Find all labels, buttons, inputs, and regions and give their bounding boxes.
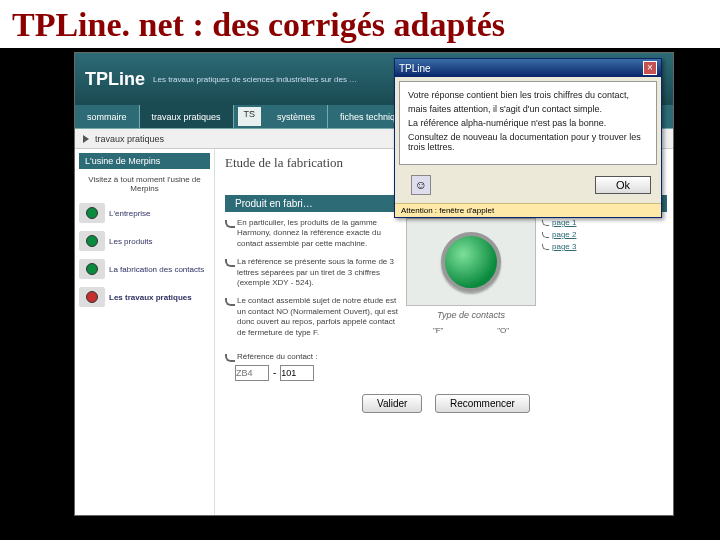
nav-systemes[interactable]: systèmes: [265, 105, 328, 128]
button-icon: [79, 203, 105, 223]
sidebar-item-entreprise[interactable]: L'entreprise: [79, 201, 210, 225]
figure: Type de contacts "F" "O": [406, 218, 536, 346]
sidebar-item-fabrication[interactable]: La fabrication des contacts: [79, 257, 210, 281]
body-text: En particulier, les produits de la gamme…: [225, 218, 400, 346]
figure-caption: Type de contacts: [406, 310, 536, 320]
dialog-actions: ☺ Ok: [395, 169, 661, 203]
paragraph: La référence se présente sous la forme d…: [225, 257, 400, 288]
logo: TPLine: [81, 69, 145, 90]
dialog-line: La référence alpha-numérique n'est pas l…: [408, 118, 648, 128]
sidebar-heading: L'usine de Merpins: [79, 153, 210, 169]
breadcrumb-label: travaux pratiques: [95, 134, 164, 144]
sidebar-item-label: Les produits: [109, 237, 153, 246]
sidebar: L'usine de Merpins Visitez à tout moment…: [75, 149, 215, 515]
validate-button[interactable]: Valider: [362, 394, 422, 413]
dialog-line: Votre réponse contient bien les trois ch…: [408, 90, 648, 100]
button-icon: [79, 231, 105, 251]
reference-digits-input[interactable]: [280, 365, 314, 381]
pushbutton-icon: [441, 232, 501, 292]
retry-button[interactable]: Recommencer: [435, 394, 530, 413]
page-links: page 1 page 2 page 3: [542, 218, 602, 346]
nav-travaux-pratiques[interactable]: travaux pratiques: [140, 105, 234, 128]
sidebar-item-travaux[interactable]: Les travaux pratiques: [79, 285, 210, 309]
tagline: Les travaux pratiques de sciences indust…: [153, 75, 357, 84]
button-icon: [79, 259, 105, 279]
assistant-icon: ☺: [411, 175, 431, 195]
dialog-line: Consultez de nouveau la documentation po…: [408, 132, 648, 152]
figure-options: "F" "O": [406, 326, 536, 335]
dash: -: [273, 367, 276, 378]
contact-type-o: "O": [497, 326, 509, 335]
button-icon: [79, 287, 105, 307]
sidebar-item-label: Les travaux pratiques: [109, 293, 192, 302]
sidebar-item-produits[interactable]: Les produits: [79, 229, 210, 253]
answer-row: -: [235, 365, 667, 381]
dialog-status: Attention : fenêtre d'applet: [395, 203, 661, 217]
body-row: En particulier, les produits de la gamme…: [225, 218, 667, 346]
button-row: Valider Recommencer: [225, 389, 667, 419]
reference-label: Référence du contact :: [225, 352, 667, 361]
sidebar-item-label: La fabrication des contacts: [109, 265, 204, 274]
dialog-titlebar: TPLine ×: [395, 59, 661, 77]
page-link-2[interactable]: page 2: [542, 230, 602, 239]
product-image: [406, 218, 536, 306]
feedback-dialog: TPLine × Votre réponse contient bien les…: [394, 58, 662, 218]
paragraph: En particulier, les produits de la gamme…: [225, 218, 400, 249]
dialog-body: Votre réponse contient bien les trois ch…: [399, 81, 657, 165]
dialog-line: mais faites attention, il s'agit d'un co…: [408, 104, 648, 114]
nav-sommaire[interactable]: sommaire: [75, 105, 140, 128]
breadcrumb-arrow-icon: [83, 135, 89, 143]
close-icon[interactable]: ×: [643, 61, 657, 75]
sidebar-note: Visitez à tout moment l'usine de Merpins: [79, 173, 210, 195]
dialog-title: TPLine: [399, 63, 431, 74]
reference-letters-input[interactable]: [235, 365, 269, 381]
contact-type-f: "F": [433, 326, 444, 335]
sidebar-item-label: L'entreprise: [109, 209, 151, 218]
slide-title: TPLine. net : des corrigés adaptés: [0, 0, 720, 49]
paragraph: Le contact assemblé sujet de notre étude…: [225, 296, 400, 338]
ok-button[interactable]: Ok: [595, 176, 651, 194]
nav-ts-badge: TS: [238, 107, 262, 126]
page-link-3[interactable]: page 3: [542, 242, 602, 251]
page-link-1[interactable]: page 1: [542, 218, 602, 227]
